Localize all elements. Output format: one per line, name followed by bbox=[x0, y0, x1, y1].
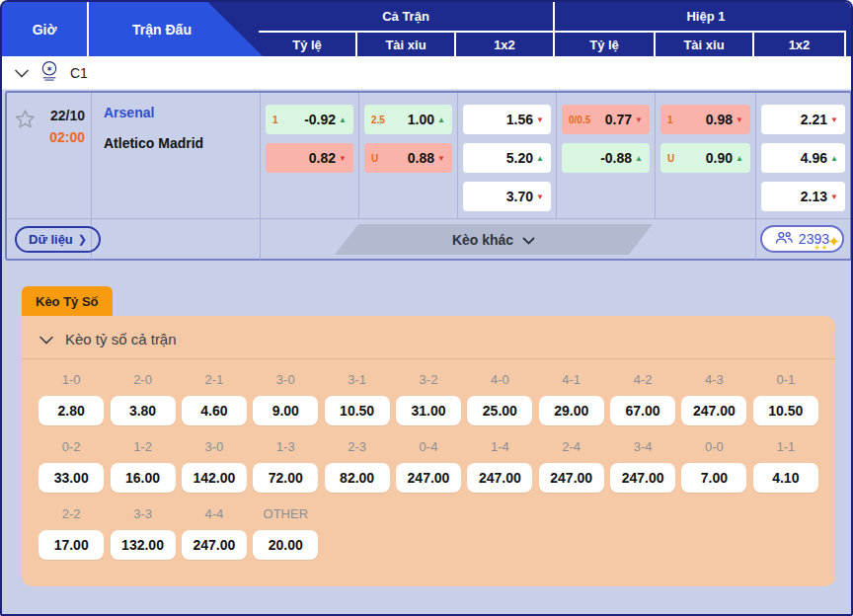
match-card: 22/10 02:00 Arsenal Atletico Madrid 1-0.… bbox=[5, 91, 852, 261]
score-odds-button[interactable]: 247.00 bbox=[467, 463, 532, 493]
column-header-match[interactable]: Trận Đấu bbox=[89, 2, 263, 56]
score-odds-button[interactable]: 20.00 bbox=[253, 530, 318, 560]
score-odds-button[interactable]: 142.00 bbox=[182, 463, 247, 493]
odds-cell-full-handicap-row2[interactable]: 0.82▼ bbox=[266, 143, 353, 173]
score-odds-item: 2-4247.00 bbox=[536, 434, 607, 501]
score-odds-button[interactable]: 7.00 bbox=[681, 463, 746, 493]
league-row[interactable]: ✶ C1 bbox=[2, 56, 851, 90]
odds-cell-full-handicap-row1[interactable]: 1-0.92▲ bbox=[266, 105, 353, 134]
score-odds-button[interactable]: 17.00 bbox=[39, 530, 104, 560]
odds-cell-full-1x2-row2[interactable]: 5.20▲ bbox=[463, 143, 551, 173]
odds-cell-full-overunder-row1[interactable]: 2.51.00▲ bbox=[364, 105, 452, 134]
score-label: 2-0 bbox=[133, 372, 152, 387]
column-group-first-half: Hiệp 1 bbox=[557, 2, 851, 31]
odds-value: -0.92 bbox=[304, 112, 336, 127]
odds-column-full-handicap: 1-0.92▲0.82▼ bbox=[261, 93, 359, 218]
score-label: 1-3 bbox=[276, 439, 295, 454]
chevron-down-icon[interactable] bbox=[39, 331, 53, 347]
score-odds-item: 3-0142.00 bbox=[179, 434, 250, 501]
column-header-time[interactable]: Giờ bbox=[2, 2, 89, 56]
handicap-label: 0/0.5 bbox=[569, 115, 590, 125]
score-odds-item: 1-14.10 bbox=[750, 434, 821, 501]
score-label: OTHER bbox=[264, 506, 309, 521]
down-arrow-icon: ▼ bbox=[830, 116, 838, 124]
score-odds-item: 4-4247.00 bbox=[179, 501, 250, 569]
score-label: 1-0 bbox=[62, 372, 81, 387]
score-odds-button[interactable]: 16.00 bbox=[111, 463, 176, 493]
score-odds-button[interactable]: 247.00 bbox=[396, 463, 461, 493]
score-odds-item: 3-4247.00 bbox=[607, 434, 678, 501]
handicap-label: U bbox=[667, 153, 674, 164]
score-odds-item: 4-025.00 bbox=[464, 367, 535, 434]
score-label: 2-3 bbox=[348, 439, 366, 454]
score-odds-button[interactable]: 67.00 bbox=[610, 396, 675, 425]
down-arrow-icon: ▼ bbox=[437, 154, 445, 163]
score-odds-button[interactable]: 10.50 bbox=[753, 396, 818, 425]
score-label: 2-4 bbox=[562, 439, 581, 454]
score-odds-button[interactable]: 247.00 bbox=[610, 463, 675, 493]
match-time-cell: 22/10 02:00 bbox=[7, 93, 92, 218]
score-odds-button[interactable]: 132.00 bbox=[111, 530, 176, 560]
score-odds-button[interactable]: 247.00 bbox=[681, 396, 746, 425]
score-odds-button[interactable]: 4.10 bbox=[753, 463, 818, 493]
odds-cell-half-1x2-row2[interactable]: 4.96▲ bbox=[761, 143, 845, 173]
odds-cell-half-handicap-row2[interactable]: -0.88▲ bbox=[562, 143, 650, 173]
odds-value: 0.88 bbox=[408, 150, 434, 166]
odds-cell-half-1x2-row1[interactable]: 2.21▼ bbox=[761, 105, 845, 134]
odds-cell-half-overunder-row1[interactable]: 10.98▼ bbox=[660, 105, 750, 134]
score-label: 3-2 bbox=[420, 372, 438, 387]
score-odds-item: 0-07.00 bbox=[678, 434, 749, 501]
score-label: 4-0 bbox=[491, 372, 509, 387]
away-team-name[interactable]: Atletico Madrid bbox=[104, 136, 250, 150]
score-odds-item: 0-110.50 bbox=[750, 367, 821, 434]
down-arrow-icon: ▼ bbox=[536, 192, 544, 201]
viewer-count-badge[interactable]: 2393 ✦ ✦✦ bbox=[760, 225, 844, 253]
score-odds-button[interactable]: 82.00 bbox=[325, 463, 390, 493]
score-odds-item: 0-233.00 bbox=[36, 434, 107, 501]
odds-cell-full-1x2-row3[interactable]: 3.70▼ bbox=[463, 182, 551, 211]
correct-score-panel-header[interactable]: Kèo tỷ số cả trận bbox=[22, 316, 835, 359]
panel-title: Kèo tỷ số cả trận bbox=[65, 331, 177, 347]
score-odds-button[interactable]: 247.00 bbox=[539, 463, 604, 493]
more-odds-button[interactable]: Kèo khác bbox=[335, 224, 653, 255]
score-odds-button[interactable]: 31.00 bbox=[396, 396, 461, 425]
score-odds-button[interactable]: 72.00 bbox=[253, 463, 318, 493]
score-odds-item: 2-217.00 bbox=[36, 501, 107, 569]
score-odds-button[interactable]: 4.60 bbox=[182, 396, 247, 425]
down-arrow-icon: ▼ bbox=[830, 192, 838, 201]
score-odds-button[interactable]: 247.00 bbox=[182, 530, 247, 560]
odds-cell-full-1x2-row1[interactable]: 1.56▼ bbox=[463, 105, 551, 134]
score-odds-button[interactable]: 33.00 bbox=[39, 463, 104, 493]
correct-score-panel: Kèo tỷ số cả trận 1-02.802-03.802-14.603… bbox=[22, 316, 835, 586]
score-odds-button[interactable]: 29.00 bbox=[539, 396, 604, 425]
score-odds-item: 1-372.00 bbox=[250, 434, 321, 501]
score-odds-button[interactable]: 10.50 bbox=[325, 396, 390, 425]
data-button-label: Dữ liệu bbox=[29, 232, 73, 247]
data-button[interactable]: Dữ liệu ❯ bbox=[15, 226, 101, 253]
teams-cell[interactable]: Arsenal Atletico Madrid bbox=[92, 93, 261, 218]
odds-value: 3.70 bbox=[506, 189, 533, 204]
odds-value: 4.96 bbox=[801, 150, 827, 166]
home-team-name[interactable]: Arsenal bbox=[104, 106, 250, 119]
score-odds-button[interactable]: 3.80 bbox=[111, 396, 176, 425]
odds-cell-half-overunder-row2[interactable]: U0.90▲ bbox=[660, 143, 750, 173]
score-odds-item: 2-382.00 bbox=[321, 434, 392, 501]
odds-cell-half-handicap-row1[interactable]: 0/0.50.77▼ bbox=[562, 105, 650, 134]
tab-correct-score[interactable]: Kèo Tỷ Số bbox=[22, 286, 113, 316]
score-label: 0-4 bbox=[420, 439, 438, 454]
score-label: 1-2 bbox=[133, 439, 152, 454]
score-label: 3-3 bbox=[133, 506, 152, 521]
odds-cell-half-1x2-row3[interactable]: 2.13▼ bbox=[761, 182, 845, 211]
score-odds-button[interactable]: 25.00 bbox=[467, 396, 532, 425]
sub-header-row: Tỷ lệ Tài xỉu 1x2 Tỷ lệ Tài xỉu 1x2 bbox=[259, 31, 846, 56]
subcol-half-1x2: 1x2 bbox=[754, 33, 846, 56]
sparkle-star-icon: ✦✦ bbox=[814, 244, 828, 253]
score-odds-button[interactable]: 9.00 bbox=[253, 396, 318, 425]
score-odds-item: 3-110.50 bbox=[321, 367, 392, 434]
score-odds-button[interactable]: 2.80 bbox=[39, 396, 104, 425]
score-odds-item: 3-09.00 bbox=[250, 367, 321, 434]
score-odds-item: 0-4247.00 bbox=[393, 434, 464, 501]
chevron-down-icon[interactable] bbox=[15, 64, 29, 82]
favorite-star-icon[interactable] bbox=[13, 108, 38, 218]
odds-cell-full-overunder-row2[interactable]: U0.88▼ bbox=[364, 143, 452, 173]
